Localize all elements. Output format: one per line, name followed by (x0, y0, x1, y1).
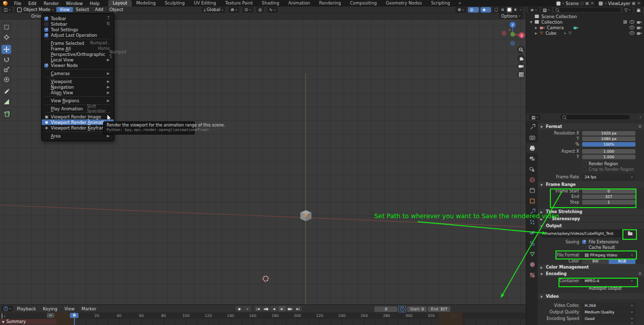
workspace-tab-geometry-nodes[interactable]: Geometry Nodes (381, 0, 427, 7)
workspace-tab-texture-paint[interactable]: Texture Paint (221, 0, 258, 7)
section-header-output[interactable]: ▼Output (538, 223, 644, 229)
open-folder-button[interactable] (624, 230, 635, 237)
cube-object[interactable] (300, 210, 311, 221)
menu-render[interactable]: Render (40, 1, 62, 6)
presets-icon[interactable]: ☰ (638, 272, 642, 276)
filter-funnel-button[interactable]: ▽ ∨ (622, 7, 633, 13)
properties-tab-render[interactable] (526, 132, 538, 143)
checkbox[interactable] (582, 286, 586, 290)
shading-material-button[interactable]: ⬤ (507, 7, 512, 13)
record-button[interactable]: ● (235, 306, 243, 311)
checkbox[interactable] (582, 245, 586, 249)
properties-tab-object[interactable] (526, 196, 538, 206)
proportional-falloff-dropdown[interactable]: ∿ ∨ (267, 7, 278, 13)
section-header-encoding[interactable]: ▼Encoding☰ (538, 271, 644, 277)
checkbox[interactable] (582, 167, 586, 171)
menu-item-frame-all[interactable]: Frame AllHome (42, 46, 114, 51)
workspace-tab-scripting[interactable]: Scripting (427, 0, 455, 7)
properties-tab-world[interactable] (526, 174, 538, 185)
viewport-menu-view[interactable]: View (56, 7, 72, 12)
previous-keyframe-button[interactable]: ◀● (262, 306, 270, 311)
section-header-frame_range[interactable]: ▼Frame Range (538, 181, 644, 187)
options-button[interactable]: Options ∨ (499, 13, 523, 19)
viewport-menu-add[interactable]: Add (92, 7, 106, 12)
properties-tab-collection[interactable] (526, 185, 538, 196)
render-visibility-icon[interactable] (637, 20, 641, 24)
menu-item-view-regions[interactable]: View Regions▶ (42, 98, 114, 103)
viewlayer-selector[interactable]: ∨ ViewLayer ▣ ✕ (597, 1, 642, 6)
xray-toggle[interactable]: ◈ ∨ (480, 7, 491, 13)
pin-icon[interactable]: ○ (580, 1, 584, 6)
menu-item-navigation[interactable]: Navigation▶ (42, 84, 114, 90)
dropdown-video-codec[interactable]: H.264∨ (582, 303, 635, 308)
jump-to-end-button[interactable]: ▶| (294, 306, 302, 311)
value-field[interactable]: 327 (582, 194, 635, 199)
viewport-menu-select[interactable]: Select (73, 7, 92, 12)
checkbox-checked-icon[interactable] (44, 33, 48, 37)
value-field[interactable]: 1.000 (582, 155, 635, 159)
scene-selector[interactable]: ∨ Scene ○ ▣ ✕ (555, 1, 596, 6)
section-header-video[interactable]: ▼Video (538, 293, 644, 299)
properties-tab-physics[interactable] (526, 227, 538, 238)
properties-tab-material[interactable] (526, 259, 538, 270)
menu-item-tool-settings[interactable]: Tool Settings (42, 27, 114, 32)
gizmo-y[interactable] (511, 32, 515, 37)
transform-tool[interactable] (2, 75, 11, 84)
rotate-tool[interactable] (2, 55, 11, 64)
eye-icon[interactable] (629, 20, 634, 24)
frame-end-field[interactable]: End327 (428, 306, 450, 312)
shading-wireframe-button[interactable]: ◯ (494, 7, 499, 13)
disclosure-triangle-icon[interactable]: ▼ (529, 20, 533, 24)
properties-tab-data[interactable] (526, 248, 538, 259)
timeline-menu-marker[interactable]: Marker (78, 306, 100, 311)
timeline-menu-view[interactable]: View (61, 306, 78, 311)
workspace-tab-sculpting[interactable]: Sculpting (160, 0, 189, 7)
menu-item-viewpoint[interactable]: Viewpoint▶ (42, 79, 114, 84)
properties-tab-constraints[interactable] (526, 238, 538, 248)
menu-window[interactable]: Window (62, 1, 87, 6)
shading-rendered-button[interactable]: ◐ (513, 7, 519, 13)
dropdown-output-quality[interactable]: Medium Quality∨ (582, 309, 635, 315)
play-forward-button[interactable]: ▶ (278, 306, 286, 311)
camera-view-button[interactable] (517, 62, 525, 70)
toggle-bw[interactable]: BW (582, 259, 609, 264)
jump-to-start-button[interactable]: |◀ (254, 306, 262, 311)
transform-orientation-dropdown[interactable]: ⤓ Global ∨ (202, 7, 225, 13)
gizmo-minus-z[interactable] (510, 41, 515, 46)
properties-tab-output[interactable] (526, 143, 538, 153)
workspace-tab-shading[interactable]: Shading (257, 0, 284, 7)
value-field[interactable]: 1080 px (582, 137, 635, 141)
checkbox-checked-icon[interactable] (44, 17, 48, 21)
menu-help[interactable]: Help (86, 1, 103, 6)
current-frame-field[interactable]: 0 (374, 306, 397, 312)
value-field[interactable]: 0 (582, 189, 635, 193)
new-collection-button[interactable]: ▣ (634, 7, 642, 13)
filter-icon[interactable]: ▤ ∨ (541, 7, 552, 13)
blender-logo-icon[interactable] (3, 1, 8, 6)
section-header-format[interactable]: ▼Format☰ (538, 123, 644, 129)
pan-range-button[interactable]: ↔ (47, 313, 54, 318)
properties-search-input[interactable] (560, 115, 630, 119)
menu-item-sidebar[interactable]: SidebarN (42, 21, 114, 27)
menu-item-play-animation[interactable]: Play AnimationShift Spacebar (42, 106, 114, 111)
checkbox-checked[interactable] (582, 240, 586, 244)
menu-item-frame-selected[interactable]: Frame SelectedNumpad . (42, 40, 114, 46)
proportional-editing-button[interactable]: ◎ (256, 7, 264, 13)
workspace-tab-layout[interactable]: Layout (108, 0, 132, 7)
chevron-down-icon[interactable]: ∨ (520, 9, 522, 11)
presets-icon[interactable]: ☰ (638, 124, 642, 128)
playhead-badge[interactable]: 0 (70, 313, 78, 318)
editor-type-button[interactable]: ◫ ∨ (2, 7, 13, 13)
navigation-gizmo[interactable]: Z X Y (502, 22, 525, 46)
properties-tab-view-layer[interactable] (526, 153, 538, 164)
menu-item-cameras[interactable]: Cameras▶ (42, 71, 114, 76)
display-mode-dropdown[interactable]: ≡ ∨ (528, 7, 539, 13)
menu-file[interactable]: File (11, 1, 25, 6)
filter-dropdown[interactable]: ∨ (639, 116, 641, 118)
shading-solid-button[interactable]: ◍ (500, 7, 506, 13)
preview-range-toggle[interactable] (398, 306, 406, 312)
close-icon[interactable]: ✕ (637, 1, 640, 6)
viewport-menu-object[interactable]: Object (106, 7, 126, 12)
orthographic-grid-button[interactable] (517, 71, 525, 78)
snap-target-dropdown[interactable]: ⊙ ∨ (243, 7, 254, 13)
